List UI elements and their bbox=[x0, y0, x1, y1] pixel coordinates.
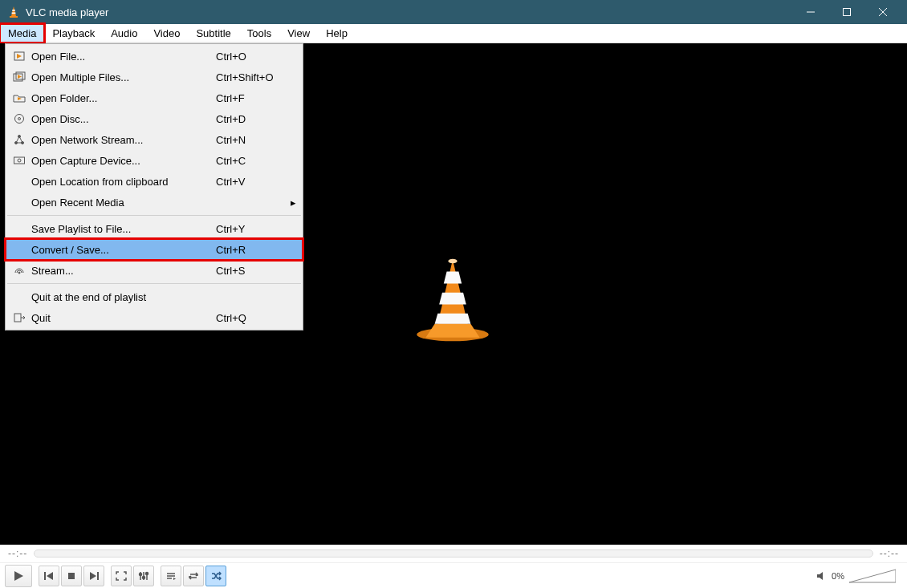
menu-item-open-disc[interactable]: Open Disc...Ctrl+D bbox=[6, 108, 303, 129]
menu-audio[interactable]: Audio bbox=[103, 24, 145, 43]
svg-point-24 bbox=[140, 573, 142, 575]
svg-rect-50 bbox=[14, 314, 21, 322]
svg-marker-19 bbox=[90, 572, 96, 580]
menu-item-shortcut: Ctrl+R bbox=[216, 244, 288, 256]
shuffle-button[interactable] bbox=[205, 566, 226, 586]
next-button[interactable] bbox=[83, 566, 104, 586]
stop-button[interactable] bbox=[61, 566, 82, 586]
menu-item-shortcut: Ctrl+O bbox=[216, 51, 288, 63]
svg-line-44 bbox=[16, 136, 19, 143]
playlist-button[interactable] bbox=[161, 566, 181, 586]
time-remaining: --:-- bbox=[880, 548, 899, 559]
menu-item-shortcut: Ctrl+S bbox=[216, 265, 288, 277]
menu-item-label: Open Multiple Files... bbox=[28, 71, 216, 83]
svg-marker-17 bbox=[47, 572, 53, 580]
menu-item-label: Open Recent Media bbox=[28, 197, 216, 209]
vlc-logo-icon bbox=[408, 255, 498, 345]
menu-item-open-location-from-clipboard[interactable]: Open Location from clipboardCtrl+V bbox=[6, 171, 303, 192]
seek-slider[interactable] bbox=[34, 549, 872, 558]
close-button[interactable] bbox=[864, 0, 901, 24]
svg-point-49 bbox=[18, 272, 20, 274]
media-menu-dropdown: Open File...Ctrl+OOpen Multiple Files...… bbox=[5, 43, 303, 330]
svg-point-14 bbox=[448, 259, 457, 264]
svg-marker-38 bbox=[18, 97, 22, 100]
svg-marker-9 bbox=[425, 324, 479, 338]
menubar: MediaPlaybackAudioVideoSubtitleToolsView… bbox=[0, 24, 907, 43]
svg-rect-20 bbox=[97, 572, 99, 580]
menu-item-shortcut: Ctrl+F bbox=[216, 92, 288, 104]
menu-item-quit-at-the-end-of-playlist[interactable]: Quit at the end of playlist bbox=[6, 286, 303, 307]
menu-view[interactable]: View bbox=[279, 24, 318, 43]
svg-point-48 bbox=[18, 159, 21, 162]
menu-tools[interactable]: Tools bbox=[239, 24, 279, 43]
svg-marker-31 bbox=[817, 572, 823, 580]
menu-item-open-capture-device[interactable]: Open Capture Device...Ctrl+C bbox=[6, 150, 303, 171]
menu-item-open-file[interactable]: Open File...Ctrl+O bbox=[6, 46, 303, 67]
playlist-group bbox=[161, 566, 226, 586]
previous-button[interactable] bbox=[39, 566, 59, 586]
menu-item-open-recent-media[interactable]: Open Recent Media▸ bbox=[6, 192, 303, 213]
menu-video[interactable]: Video bbox=[145, 24, 188, 43]
volume-control: 0% bbox=[815, 568, 902, 584]
menu-media[interactable]: Media bbox=[0, 24, 44, 43]
menu-item-label: Quit at the end of playlist bbox=[28, 291, 216, 303]
svg-marker-30 bbox=[173, 578, 176, 580]
maximize-button[interactable] bbox=[828, 0, 864, 24]
menu-item-quit[interactable]: QuitCtrl+Q bbox=[6, 307, 303, 328]
menu-item-label: Open File... bbox=[28, 51, 216, 63]
menu-item-label: Open Capture Device... bbox=[28, 155, 216, 167]
menu-item-shortcut: Ctrl+Shift+O bbox=[216, 71, 288, 83]
svg-rect-18 bbox=[68, 573, 75, 579]
file-icon bbox=[10, 49, 28, 63]
window-title: VLC media player bbox=[26, 6, 792, 18]
view-group bbox=[111, 566, 154, 586]
play-button[interactable] bbox=[5, 565, 32, 587]
blank-icon bbox=[10, 242, 28, 257]
vlc-cone-icon bbox=[6, 5, 21, 19]
quit-icon bbox=[10, 310, 28, 325]
stream-icon bbox=[10, 263, 28, 278]
menu-item-open-multiple-files[interactable]: Open Multiple Files...Ctrl+Shift+O bbox=[6, 67, 303, 87]
menu-item-shortcut: Ctrl+Y bbox=[216, 223, 288, 235]
capture-icon bbox=[10, 153, 28, 168]
menu-help[interactable]: Help bbox=[318, 24, 356, 43]
menu-item-label: Save Playlist to File... bbox=[28, 223, 216, 235]
menu-playback[interactable]: Playback bbox=[44, 24, 103, 43]
menu-item-open-network-stream[interactable]: Open Network Stream...Ctrl+N bbox=[6, 129, 303, 150]
loop-button[interactable] bbox=[183, 566, 204, 586]
menu-item-shortcut: Ctrl+N bbox=[216, 134, 288, 146]
svg-point-25 bbox=[143, 576, 145, 578]
time-elapsed: --:-- bbox=[8, 548, 27, 559]
titlebar: VLC media player bbox=[0, 0, 907, 24]
fullscreen-button[interactable] bbox=[111, 566, 132, 586]
menu-item-shortcut: Ctrl+D bbox=[216, 113, 288, 125]
blank-icon bbox=[10, 221, 28, 236]
menu-item-open-folder[interactable]: Open Folder...Ctrl+F bbox=[6, 87, 303, 108]
disc-icon bbox=[10, 112, 28, 126]
nav-group bbox=[39, 566, 104, 586]
svg-rect-16 bbox=[44, 572, 46, 580]
menu-item-shortcut: Ctrl+Q bbox=[216, 312, 288, 324]
svg-marker-37 bbox=[18, 75, 22, 79]
menu-item-convert-save[interactable]: Convert / Save...Ctrl+R bbox=[6, 239, 303, 260]
volume-percent: 0% bbox=[832, 571, 844, 581]
svg-rect-5 bbox=[843, 9, 850, 16]
blank-icon bbox=[10, 174, 28, 189]
speaker-icon[interactable] bbox=[815, 570, 827, 582]
svg-line-45 bbox=[19, 136, 22, 143]
menu-item-save-playlist-to-file[interactable]: Save Playlist to File...Ctrl+Y bbox=[6, 218, 303, 239]
svg-point-40 bbox=[18, 118, 21, 120]
svg-marker-12 bbox=[439, 293, 466, 305]
menu-item-shortcut: Ctrl+C bbox=[216, 155, 288, 167]
folder-icon bbox=[10, 91, 28, 105]
menu-item-stream[interactable]: Stream...Ctrl+S bbox=[6, 260, 303, 281]
menu-item-label: Open Location from clipboard bbox=[28, 176, 216, 188]
menu-item-label: Stream... bbox=[28, 265, 216, 277]
minimize-button[interactable] bbox=[792, 0, 828, 24]
menu-subtitle[interactable]: Subtitle bbox=[188, 24, 238, 43]
svg-marker-32 bbox=[849, 570, 896, 582]
svg-rect-2 bbox=[12, 10, 15, 11]
volume-slider[interactable] bbox=[849, 568, 896, 584]
extended-settings-button[interactable] bbox=[133, 566, 154, 586]
svg-marker-0 bbox=[11, 6, 16, 16]
